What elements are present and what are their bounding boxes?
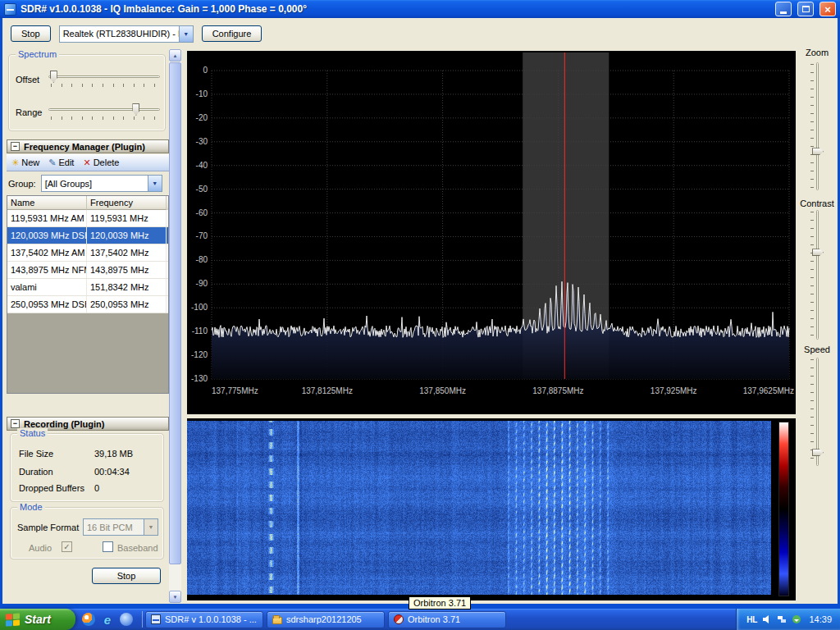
duration-value: 00:04:34 [94, 467, 130, 477]
baseband-checkbox[interactable]: ✓ [103, 541, 113, 552]
group-label: Group: [8, 179, 36, 189]
quick-launch-messenger-icon[interactable] [120, 613, 133, 626]
svg-text:-110: -110 [192, 326, 208, 336]
collapse-icon[interactable]: − [11, 142, 20, 151]
delete-button[interactable]: ✕ Delete [83, 158, 119, 167]
frequency-manager-header[interactable]: − Frequency Manager (Plugin) [7, 139, 169, 153]
offset-slider-thumb[interactable] [50, 71, 57, 83]
speed-slider-thumb[interactable] [812, 449, 824, 456]
zoom-slider-track[interactable] [816, 62, 819, 190]
task-button-orbitron[interactable]: Orbitron 3.71 [388, 611, 506, 628]
hardware-icon[interactable] [792, 614, 801, 624]
mode-group-title: Mode [17, 502, 45, 512]
stop-button[interactable]: Stop [11, 25, 51, 42]
freq-row-frequency: 143,8975 MHz [87, 262, 167, 278]
contrast-slider-thumb[interactable] [812, 249, 824, 256]
group-select-arrow-button[interactable]: ▼ [148, 176, 162, 191]
frequency-table[interactable]: Name Frequency 119,5931 MHz AM119,5931 M… [7, 195, 169, 394]
scroll-up-button[interactable]: ▲ [169, 49, 181, 62]
table-row[interactable]: 120,0039 MHz DSB...120,0039 MHz [7, 227, 168, 244]
zoom-slider-thumb[interactable] [812, 148, 824, 155]
range-slider-thumb[interactable] [132, 103, 139, 116]
recording-stop-button[interactable]: Stop [92, 568, 161, 584]
window-titlebar[interactable]: SDR# v1.0.0.1038 - IQ Imbalance: Gain = … [0, 0, 840, 18]
baseband-label: Baseband [117, 543, 158, 553]
start-button[interactable]: Start [0, 609, 75, 630]
scrollbar-thumb[interactable] [169, 62, 181, 564]
desktop: SDR# v1.0.0.1038 - IQ Imbalance: Gain = … [0, 0, 840, 630]
range-label: Range [16, 107, 42, 117]
quick-launch-media-player-icon[interactable] [82, 613, 95, 626]
table-row[interactable]: valami151,8342 MHz [7, 279, 168, 296]
svg-text:0: 0 [203, 66, 208, 75]
offset-slider[interactable] [48, 70, 160, 88]
new-button[interactable]: ✳ New [11, 158, 39, 167]
spectrum-display[interactable]: 0-10-20-30-40-50-60-70-80-90-100-110-120… [187, 51, 796, 414]
orbitron-icon [394, 614, 404, 624]
sample-format-arrow-button: ▼ [144, 519, 158, 535]
main-toolbar: Stop Realtek (RTL2838UHIDIR) - ExtI ▼ Co… [2, 18, 838, 49]
column-header-name[interactable]: Name [7, 196, 87, 210]
collapse-icon[interactable]: − [11, 419, 20, 428]
spectrum-plot[interactable]: 0-10-20-30-40-50-60-70-80-90-100-110-120… [187, 51, 796, 414]
audio-checkbox[interactable]: ✓ [62, 541, 72, 552]
device-select[interactable]: Realtek (RTL2838UHIDIR) - ExtI ▼ [59, 25, 194, 43]
configure-button[interactable]: Configure [202, 25, 262, 42]
waterfall-canvas[interactable] [187, 421, 771, 595]
table-row[interactable]: 119,5931 MHz AM119,5931 MHz [7, 210, 168, 227]
waterfall-display[interactable] [187, 418, 796, 600]
svg-text:-40: -40 [196, 161, 208, 170]
scroll-down-button[interactable]: ▼ [169, 591, 181, 603]
table-row[interactable]: 250,0953 MHz DSB...250,0953 MHz [7, 296, 168, 313]
group-select[interactable]: [All Groups] ▼ [41, 175, 162, 192]
contrast-slider[interactable] [810, 210, 825, 340]
column-header-frequency[interactable]: Frequency [87, 196, 167, 210]
freq-row-frequency: 250,0953 MHz [87, 296, 167, 313]
recording-status-group: Status File Size 39,18 MB Duration 00:04… [10, 433, 164, 502]
speed-slider[interactable] [810, 358, 825, 466]
contrast-slider-track[interactable] [816, 210, 819, 340]
freq-row-name: 119,5931 MHz AM [7, 210, 87, 226]
contrast-slider-ticks [810, 212, 814, 338]
edit-button[interactable]: ✎ Edit [48, 158, 74, 167]
svg-text:-120: -120 [191, 350, 208, 359]
freq-row-name: 143,8975 MHz NFM [7, 262, 87, 278]
task-button-label: SDR# v 1.0.0.1038 - ... [165, 614, 257, 624]
frequency-manager-title: Frequency Manager (Plugin) [24, 142, 145, 152]
windows-flag-icon [6, 613, 21, 626]
speed-slider-ticks [810, 359, 814, 464]
maximize-icon [802, 6, 810, 12]
quick-launch-internet-explorer-icon[interactable]: e [101, 613, 114, 626]
offset-slider-track[interactable] [48, 75, 160, 78]
range-slider[interactable] [48, 103, 160, 121]
app-icon [4, 3, 16, 16]
network-icon[interactable] [777, 614, 787, 624]
volume-icon[interactable] [762, 614, 772, 624]
table-row[interactable]: 137,5402 MHz AM137,5402 MHz [7, 244, 168, 262]
freq-row-frequency: 151,8342 MHz [87, 279, 167, 295]
minimize-button[interactable] [775, 2, 792, 16]
duration-label: Duration [19, 467, 53, 477]
frequency-table-body: 119,5931 MHz AM119,5931 MHz120,0039 MHz … [7, 210, 168, 313]
spectrum-group-title: Spectrum [16, 49, 59, 59]
file-size-label: File Size [19, 449, 53, 459]
svg-text:-10: -10 [196, 89, 208, 98]
task-button-sdrsharp[interactable]: SDR# v 1.0.0.1038 - ... [145, 611, 263, 628]
sample-format-select[interactable]: 16 Bit PCM ▼ [83, 518, 158, 536]
close-icon: × [824, 4, 831, 15]
table-row[interactable]: 143,8975 MHz NFM143,8975 MHz [7, 262, 168, 279]
task-button-folder[interactable]: sdrsharp20121205 [267, 611, 385, 628]
close-button[interactable]: × [819, 2, 836, 16]
maximize-button[interactable] [797, 2, 814, 16]
keyboard-language-indicator[interactable]: HL [746, 615, 757, 624]
range-slider-track[interactable] [48, 108, 160, 111]
freq-row-name: valami [7, 279, 87, 295]
taskbar: Start e SDR# v 1.0.0.1038 - ... sdrsharp… [0, 609, 840, 630]
chevron-down-icon: ▼ [148, 524, 154, 530]
svg-text:137,850MHz: 137,850MHz [419, 386, 466, 395]
zoom-slider[interactable] [810, 62, 825, 190]
device-select-arrow-button[interactable]: ▼ [179, 26, 193, 42]
panel-scrollbar[interactable]: ▲ ▼ [169, 49, 181, 603]
recording-mode-group: Mode Sample Format 16 Bit PCM ▼ Audio ✓ … [10, 507, 164, 559]
taskbar-clock[interactable]: 14:39 [809, 614, 832, 624]
